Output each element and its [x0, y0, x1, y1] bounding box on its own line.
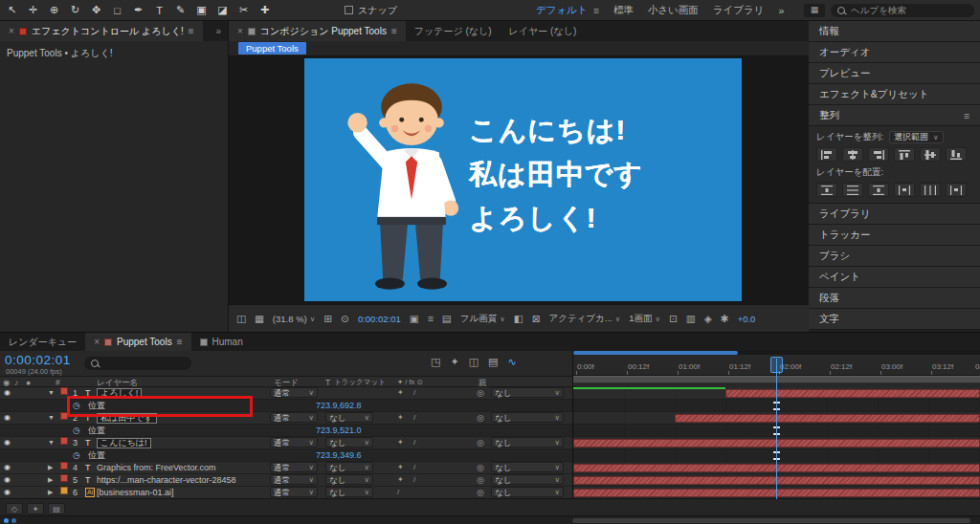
trkmat-select[interactable]: なし∨ — [325, 462, 373, 472]
snapshot-icon[interactable]: ◫ — [236, 313, 246, 324]
snap-toggle[interactable]: スナップ — [345, 0, 397, 20]
eye-icon[interactable]: ◉ — [4, 487, 11, 498]
label-color-swatch[interactable] — [60, 437, 68, 445]
layer-row-4[interactable]: ◉ ▶ 4 T Graphics from: FreeVector.com 通常… — [0, 462, 572, 474]
panel-menu-icon[interactable]: ≡ — [391, 26, 397, 36]
parent-select[interactable]: なし∨ — [491, 462, 564, 472]
distribute-right-button[interactable] — [946, 183, 967, 197]
snap-checkbox[interactable] — [345, 6, 353, 14]
panel-brushes[interactable]: ブラシ — [809, 246, 980, 267]
parent-select[interactable]: なし∨ — [491, 387, 564, 398]
expand-triangle-icon[interactable]: ▼ — [48, 437, 55, 448]
layer-name-column-header[interactable]: レイヤー名 — [97, 378, 138, 387]
shape-tool-icon[interactable]: □ — [111, 5, 123, 16]
trkmat-select[interactable]: なし∨ — [325, 474, 373, 485]
eye-icon[interactable]: ◉ — [4, 474, 11, 486]
magnification-select[interactable]: (31.8 %)∨ — [273, 314, 315, 324]
mode-select[interactable]: 通常∨ — [270, 487, 318, 497]
pickwhip-icon[interactable]: ◎ — [477, 387, 484, 399]
workspace-standard[interactable]: 標準 — [613, 4, 634, 17]
mode-select[interactable]: 通常∨ — [270, 462, 318, 472]
expand-triangle-icon[interactable]: ▶ — [48, 474, 53, 486]
align-right-button[interactable] — [868, 147, 889, 162]
property-name[interactable]: 位置 — [88, 425, 105, 436]
close-icon[interactable]: × — [94, 337, 100, 347]
distribute-top-button[interactable] — [816, 183, 837, 197]
close-icon[interactable]: × — [237, 26, 243, 36]
expand-triangle-icon[interactable]: ▼ — [48, 412, 55, 424]
align-left-button[interactable] — [816, 147, 837, 162]
region-of-interest-icon[interactable]: ◧ — [514, 313, 523, 324]
pixel-aspect-icon[interactable]: ⊡ — [669, 313, 678, 324]
label-color-swatch[interactable] — [60, 462, 68, 469]
workspace-libraries[interactable]: ライブラリ — [713, 4, 765, 17]
pickwhip-icon[interactable]: ◎ — [477, 437, 484, 448]
property-value[interactable]: 723.9,521.0 — [316, 425, 362, 436]
type-tool-icon[interactable]: T — [153, 5, 166, 16]
close-icon[interactable]: × — [9, 26, 14, 36]
eye-icon[interactable]: ◉ — [4, 412, 11, 424]
align-bottom-button[interactable] — [946, 147, 967, 162]
label-color-swatch[interactable] — [60, 387, 68, 395]
layer-switches[interactable]: ✦ / — [397, 474, 419, 486]
trkmat-select[interactable]: なし∨ — [325, 412, 373, 423]
clone-stamp-tool-icon[interactable]: ▣ — [195, 4, 208, 16]
selection-tool-icon[interactable]: ↖ — [6, 4, 18, 16]
layer-switches[interactable]: ✦ / — [397, 462, 419, 473]
pan-behind-tool-icon[interactable]: ✥ — [90, 4, 102, 16]
expand-triangle-icon[interactable]: ▶ — [48, 487, 53, 498]
stopwatch-icon[interactable]: ◷ — [73, 425, 80, 436]
transparency-grid-icon[interactable]: ⊠ — [532, 313, 541, 324]
mode-select[interactable]: 通常∨ — [270, 387, 318, 398]
resolution-select[interactable]: フル画質∨ — [460, 313, 505, 325]
layer-row-3[interactable]: ◉ ▼ 3 T こんにちは! 通常∨ なし∨ ✦ / ◎ なし∨ — [0, 437, 572, 449]
trkmat-column-header[interactable]: トラックマット — [334, 378, 386, 387]
panel-audio[interactable]: オーディオ — [809, 42, 980, 63]
layer-name[interactable]: Graphics from: FreeVector.com — [97, 462, 216, 473]
panel-tracker[interactable]: トラッカー — [809, 225, 980, 246]
distribute-left-button[interactable] — [894, 183, 915, 197]
workspace-box-icon[interactable]: ▦ — [804, 4, 825, 17]
workspace-menu-icon[interactable]: ≡ — [593, 5, 599, 16]
show-snapshot-icon[interactable]: ▦ — [255, 313, 264, 324]
panel-libraries[interactable]: ライブラリ — [809, 204, 980, 225]
tab-render-queue[interactable]: レンダーキュー — [0, 333, 85, 351]
composition-crumb[interactable]: Puppet Tools — [238, 42, 306, 55]
property-name[interactable]: 位置 — [88, 449, 105, 461]
label-color-swatch[interactable] — [60, 487, 68, 494]
layer-name[interactable]: https:/...man-character-vector-28458 — [97, 474, 236, 486]
eye-icon[interactable]: ◉ — [4, 437, 11, 448]
composition-canvas[interactable]: こんにちは! 私は田中です よろしく! — [304, 58, 742, 301]
panel-align[interactable]: 整列 ≡ — [809, 105, 980, 126]
hide-shy-layers-icon[interactable]: ◫ — [469, 356, 479, 368]
layer-row-5[interactable]: ◉ ▶ 5 T https:/...man-character-vector-2… — [0, 474, 572, 487]
composition-viewer[interactable]: こんにちは! 私は田中です よろしく! — [229, 56, 809, 304]
text-layer-yoroshiku[interactable]: よろしく! — [469, 196, 596, 237]
frame-blending-icon[interactable]: ▤ — [488, 356, 498, 368]
channels-icon[interactable]: ≡ — [428, 313, 434, 324]
flowchart-icon[interactable]: ✱ — [721, 313, 729, 324]
brush-tool-icon[interactable]: ✎ — [174, 4, 187, 16]
mode-column-header[interactable]: モード — [274, 378, 299, 387]
eye-icon[interactable]: ◉ — [4, 462, 11, 473]
pickwhip-icon[interactable]: ◎ — [477, 462, 484, 473]
trkmat-select[interactable]: なし∨ — [325, 487, 373, 497]
expand-triangle-icon[interactable]: ▶ — [48, 462, 53, 473]
layer-switches[interactable]: ✦ / — [397, 437, 419, 448]
tab-human[interactable]: Human — [191, 333, 252, 351]
layer-duration-bar[interactable] — [675, 414, 980, 423]
zoom-tool-icon[interactable]: ⊕ — [48, 4, 60, 16]
toggle-mini-flow-button[interactable]: ◇ — [6, 503, 23, 514]
layer-switches[interactable]: / — [397, 487, 403, 498]
eraser-tool-icon[interactable]: ◪ — [216, 4, 229, 16]
graph-editor-icon[interactable]: ∿ — [507, 356, 516, 368]
workspace-overflow-icon[interactable]: » — [779, 5, 785, 16]
pen-tool-icon[interactable]: ✒ — [132, 4, 145, 16]
timeline-button-icon[interactable]: ◈ — [704, 313, 712, 324]
distribute-v-center-button[interactable] — [842, 183, 863, 197]
workspace-default[interactable]: デフォルト — [536, 4, 588, 17]
view-layout-select[interactable]: 1画面∨ — [629, 313, 660, 325]
align-target-select[interactable]: 選択範囲∨ — [889, 131, 944, 143]
distribute-bottom-button[interactable] — [868, 183, 889, 197]
layer-duration-bar[interactable] — [725, 389, 980, 398]
